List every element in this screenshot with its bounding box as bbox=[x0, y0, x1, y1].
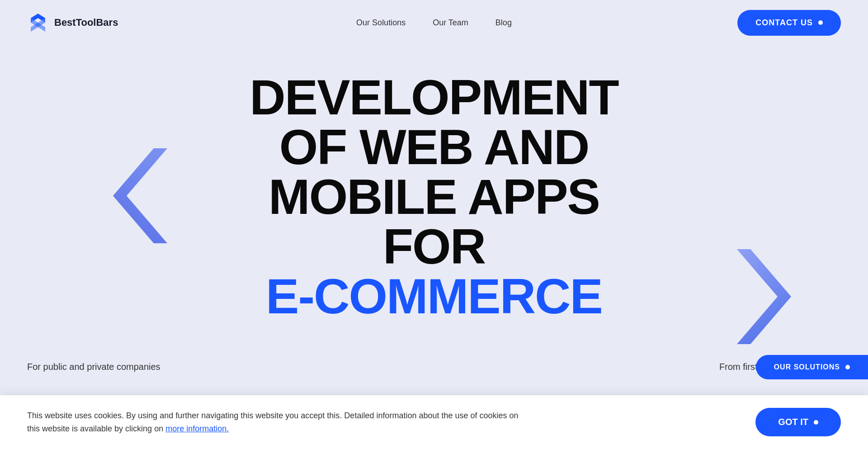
contact-us-label: CONTACT US bbox=[755, 18, 813, 28]
subtitle-bar: For public and private companies From fi… bbox=[0, 348, 868, 386]
contact-dot-icon bbox=[818, 20, 823, 25]
nav-links: Our Solutions Our Team Blog bbox=[356, 18, 512, 28]
got-it-dot-icon bbox=[814, 420, 818, 425]
contact-us-button[interactable]: CONTACT US bbox=[737, 10, 841, 36]
hero-content: DEVELOPMENT OF WEB AND MOBILE APPS FOR E… bbox=[0, 72, 868, 321]
our-solutions-button[interactable]: OUR SOLUTIONS bbox=[756, 355, 868, 379]
our-solutions-dot-icon bbox=[845, 365, 850, 369]
navigation: BestToolBars Our Solutions Our Team Blog… bbox=[0, 0, 868, 45]
nav-link-team[interactable]: Our Team bbox=[433, 18, 468, 28]
hero-line2: OF WEB AND bbox=[231, 122, 637, 172]
cookie-message: This website uses cookies. By using and … bbox=[27, 409, 524, 435]
cookie-banner: This website uses cookies. By using and … bbox=[0, 395, 868, 449]
logo[interactable]: BestToolBars bbox=[27, 12, 118, 33]
left-chevron-icon bbox=[108, 146, 167, 247]
our-solutions-label: OUR SOLUTIONS bbox=[774, 363, 840, 371]
nav-link-blog[interactable]: Blog bbox=[495, 18, 512, 28]
got-it-label: GOT IT bbox=[778, 417, 808, 427]
logo-icon bbox=[27, 12, 49, 33]
got-it-button[interactable]: GOT IT bbox=[755, 408, 841, 436]
nav-link-solutions[interactable]: Our Solutions bbox=[356, 18, 406, 28]
hero-text: DEVELOPMENT OF WEB AND MOBILE APPS FOR E… bbox=[231, 72, 637, 321]
subtitle-left: For public and private companies bbox=[27, 362, 160, 372]
hero-line3: MOBILE APPS FOR bbox=[231, 172, 637, 271]
cookie-more-info-link[interactable]: more information. bbox=[165, 424, 229, 433]
logo-text: BestToolBars bbox=[54, 17, 118, 28]
hero-section: DEVELOPMENT OF WEB AND MOBILE APPS FOR E… bbox=[0, 45, 868, 339]
cookie-message-text: This website uses cookies. By using and … bbox=[27, 411, 519, 433]
right-chevron-icon bbox=[737, 247, 796, 348]
hero-line1: DEVELOPMENT bbox=[231, 72, 637, 122]
hero-line4: E-COMMERCE bbox=[231, 271, 637, 321]
